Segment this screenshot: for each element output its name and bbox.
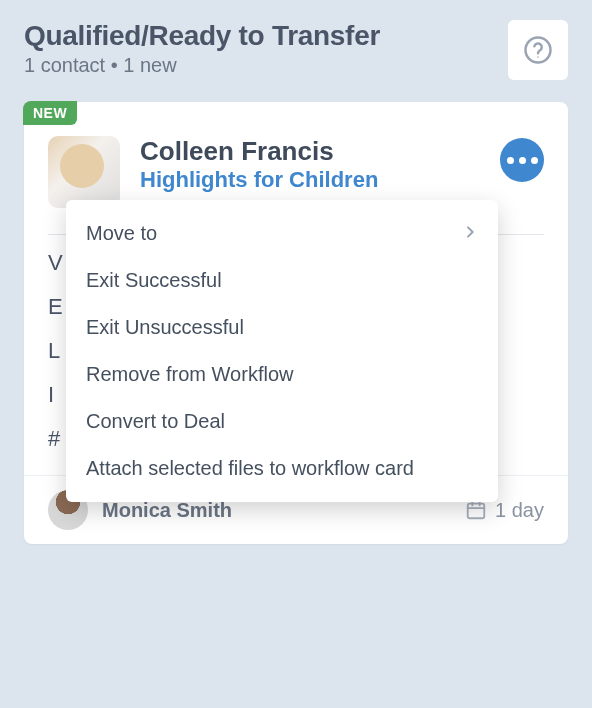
dots-icon <box>531 157 538 164</box>
menu-item-convert-to-deal[interactable]: Convert to Deal <box>66 398 498 445</box>
menu-item-label: Convert to Deal <box>86 410 225 433</box>
svg-point-1 <box>537 56 539 58</box>
menu-item-exit-unsuccessful[interactable]: Exit Unsuccessful <box>66 304 498 351</box>
svg-point-0 <box>526 38 551 63</box>
chevron-right-icon <box>462 222 478 245</box>
stage-subtitle: 1 contact • 1 new <box>24 54 380 77</box>
contact-company-link[interactable]: Highlights for Children <box>140 167 378 193</box>
stage-header: Qualified/Ready to Transfer 1 contact • … <box>24 20 568 80</box>
card-header: Colleen Francis Highlights for Children <box>24 102 568 216</box>
contact-identity: Colleen Francis Highlights for Children <box>140 136 378 193</box>
menu-item-attach-files[interactable]: Attach selected files to workflow card <box>66 445 498 492</box>
menu-item-label: Exit Unsuccessful <box>86 316 244 339</box>
menu-item-remove-from-workflow[interactable]: Remove from Workflow <box>66 351 498 398</box>
card-actions-menu: Move to Exit Successful Exit Unsuccessfu… <box>66 200 498 502</box>
stage-duration-text: 1 day <box>495 499 544 522</box>
contact-name: Colleen Francis <box>140 136 378 167</box>
menu-item-label: Exit Successful <box>86 269 222 292</box>
dots-icon <box>507 157 514 164</box>
stage-title-block: Qualified/Ready to Transfer 1 contact • … <box>24 20 380 77</box>
stage-title: Qualified/Ready to Transfer <box>24 20 380 52</box>
svg-rect-2 <box>468 504 485 519</box>
menu-item-exit-successful[interactable]: Exit Successful <box>66 257 498 304</box>
menu-item-label: Attach selected files to workflow card <box>86 457 414 480</box>
menu-item-label: Remove from Workflow <box>86 363 293 386</box>
help-icon <box>523 35 553 65</box>
calendar-icon <box>465 499 487 521</box>
help-button[interactable] <box>508 20 568 80</box>
menu-item-label: Move to <box>86 222 157 245</box>
menu-item-move-to[interactable]: Move to <box>66 210 498 257</box>
card-actions-button[interactable] <box>500 138 544 182</box>
contact-avatar[interactable] <box>48 136 120 208</box>
dots-icon <box>519 157 526 164</box>
